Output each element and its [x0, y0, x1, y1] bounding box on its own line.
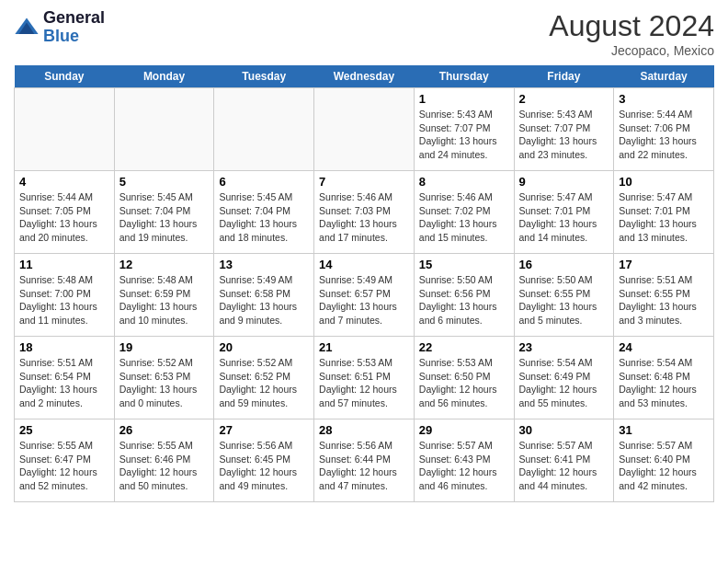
calendar-cell: 29Sunrise: 5:57 AMSunset: 6:43 PMDayligh…: [414, 419, 514, 502]
cell-line: Sunrise: 5:47 AM: [619, 191, 692, 202]
day-header-sunday: Sunday: [15, 65, 115, 88]
calendar-cell: 27Sunrise: 5:56 AMSunset: 6:45 PMDayligh…: [214, 419, 314, 502]
cell-line: Sunrise: 5:52 AM: [219, 357, 292, 368]
cell-line: Daylight: 12 hours and 56 minutes.: [419, 384, 497, 408]
day-number: 5: [119, 175, 210, 189]
day-number: 6: [219, 175, 309, 189]
cell-content: Sunrise: 5:51 AMSunset: 6:54 PMDaylight:…: [19, 356, 109, 410]
cell-content: Sunrise: 5:53 AMSunset: 6:50 PMDaylight:…: [419, 356, 509, 410]
logo-icon: [14, 15, 40, 40]
cell-content: Sunrise: 5:53 AMSunset: 6:51 PMDaylight:…: [319, 356, 409, 410]
cell-line: Sunrise: 5:45 AM: [219, 191, 292, 202]
calendar-cell: 2Sunrise: 5:43 AMSunset: 7:07 PMDaylight…: [514, 88, 614, 171]
cell-line: Sunset: 6:50 PM: [419, 371, 491, 382]
cell-line: Daylight: 12 hours and 50 minutes.: [119, 466, 198, 491]
cell-line: Daylight: 13 hours and 23 minutes.: [519, 135, 597, 160]
cell-line: Sunrise: 5:46 AM: [319, 191, 392, 202]
day-number: 16: [519, 258, 609, 271]
calendar-cell: 28Sunrise: 5:56 AMSunset: 6:44 PMDayligh…: [314, 419, 415, 502]
cell-line: Sunset: 6:55 PM: [619, 288, 690, 299]
cell-line: Daylight: 12 hours and 49 minutes.: [219, 466, 297, 491]
cell-line: Sunrise: 5:55 AM: [119, 440, 193, 451]
day-number: 30: [519, 423, 609, 437]
calendar-cell: 17Sunrise: 5:51 AMSunset: 6:55 PMDayligh…: [614, 254, 714, 337]
calendar-cell: [15, 88, 115, 171]
calendar-cell: 22Sunrise: 5:53 AMSunset: 6:50 PMDayligh…: [414, 337, 514, 419]
calendar-cell: 11Sunrise: 5:48 AMSunset: 7:00 PMDayligh…: [15, 254, 115, 337]
day-number: 28: [319, 423, 409, 437]
cell-line: Sunset: 6:47 PM: [19, 454, 91, 465]
cell-content: Sunrise: 5:57 AMSunset: 6:40 PMDaylight:…: [619, 439, 709, 493]
cell-content: Sunrise: 5:44 AMSunset: 7:05 PMDaylight:…: [19, 190, 109, 245]
cell-content: Sunrise: 5:43 AMSunset: 7:07 PMDaylight:…: [519, 108, 609, 162]
day-number: 1: [419, 92, 509, 106]
cell-line: Sunrise: 5:57 AM: [519, 440, 593, 451]
day-number: 8: [419, 175, 509, 189]
cell-line: Sunrise: 5:50 AM: [519, 274, 593, 285]
calendar-cell: 4Sunrise: 5:44 AMSunset: 7:05 PMDaylight…: [15, 171, 115, 254]
calendar-cell: 30Sunrise: 5:57 AMSunset: 6:41 PMDayligh…: [514, 419, 614, 502]
day-number: 15: [419, 258, 509, 271]
cell-line: Daylight: 13 hours and 11 minutes.: [19, 301, 97, 326]
calendar-cell: 16Sunrise: 5:50 AMSunset: 6:55 PMDayligh…: [514, 254, 614, 337]
day-number: 19: [119, 340, 210, 354]
page-header: General Blue August 2024 Jecopaco, Mexic…: [14, 9, 714, 58]
day-number: 20: [219, 340, 309, 354]
calendar-cell: 6Sunrise: 5:45 AMSunset: 7:04 PMDaylight…: [214, 171, 314, 254]
cell-line: Sunset: 7:03 PM: [319, 205, 391, 216]
calendar-cell: [314, 88, 415, 171]
cell-content: Sunrise: 5:57 AMSunset: 6:41 PMDaylight:…: [519, 439, 609, 493]
cell-line: Sunset: 6:58 PM: [219, 288, 290, 299]
cell-content: Sunrise: 5:45 AMSunset: 7:04 PMDaylight:…: [219, 190, 309, 245]
day-number: 10: [619, 175, 709, 189]
day-number: 26: [119, 423, 210, 437]
calendar-cell: 15Sunrise: 5:50 AMSunset: 6:56 PMDayligh…: [414, 254, 514, 337]
day-number: 11: [19, 258, 109, 271]
day-number: 25: [19, 423, 109, 437]
week-row-3: 11Sunrise: 5:48 AMSunset: 7:00 PMDayligh…: [15, 254, 714, 337]
title-block: August 2024 Jecopaco, Mexico: [549, 9, 714, 58]
cell-line: Daylight: 13 hours and 9 minutes.: [219, 301, 297, 326]
cell-content: Sunrise: 5:52 AMSunset: 6:52 PMDaylight:…: [219, 356, 309, 410]
day-number: 2: [519, 92, 609, 106]
cell-line: Daylight: 13 hours and 14 minutes.: [519, 218, 597, 243]
cell-content: Sunrise: 5:44 AMSunset: 7:06 PMDaylight:…: [619, 108, 709, 162]
calendar-cell: 26Sunrise: 5:55 AMSunset: 6:46 PMDayligh…: [114, 419, 214, 502]
cell-line: Daylight: 13 hours and 24 minutes.: [419, 135, 497, 160]
cell-line: Sunset: 6:54 PM: [19, 371, 91, 382]
cell-line: Sunrise: 5:50 AM: [419, 274, 493, 285]
cell-line: Daylight: 12 hours and 52 minutes.: [19, 466, 97, 491]
day-number: 31: [619, 423, 709, 437]
cell-line: Sunrise: 5:56 AM: [319, 440, 392, 451]
cell-line: Daylight: 13 hours and 17 minutes.: [319, 218, 397, 243]
cell-line: Sunset: 7:00 PM: [19, 288, 91, 299]
cell-content: Sunrise: 5:47 AMSunset: 7:01 PMDaylight:…: [519, 190, 609, 245]
cell-line: Daylight: 12 hours and 44 minutes.: [519, 466, 597, 491]
cell-content: Sunrise: 5:48 AMSunset: 7:00 PMDaylight:…: [19, 273, 109, 327]
day-number: 27: [219, 423, 309, 437]
cell-line: Sunrise: 5:49 AM: [219, 274, 292, 285]
calendar-cell: 20Sunrise: 5:52 AMSunset: 6:52 PMDayligh…: [214, 337, 314, 419]
cell-line: Sunrise: 5:53 AM: [419, 357, 493, 368]
day-number: 29: [419, 423, 509, 437]
cell-line: Daylight: 13 hours and 5 minutes.: [519, 301, 597, 326]
cell-content: Sunrise: 5:55 AMSunset: 6:46 PMDaylight:…: [119, 439, 210, 493]
cell-line: Sunset: 6:44 PM: [319, 454, 391, 465]
day-header-thursday: Thursday: [414, 65, 514, 88]
cell-line: Sunset: 6:56 PM: [419, 288, 491, 299]
calendar-table: SundayMondayTuesdayWednesdayThursdayFrid…: [14, 65, 714, 502]
day-number: 7: [319, 175, 409, 189]
cell-content: Sunrise: 5:52 AMSunset: 6:53 PMDaylight:…: [119, 356, 210, 410]
cell-line: Sunset: 6:59 PM: [119, 288, 191, 299]
calendar-cell: 24Sunrise: 5:54 AMSunset: 6:48 PMDayligh…: [614, 337, 714, 419]
calendar-title: August 2024: [549, 9, 714, 43]
day-number: 18: [19, 340, 109, 354]
day-number: 23: [519, 340, 609, 354]
cell-line: Daylight: 12 hours and 47 minutes.: [319, 466, 397, 491]
cell-line: Sunset: 6:41 PM: [519, 454, 591, 465]
cell-content: Sunrise: 5:50 AMSunset: 6:56 PMDaylight:…: [419, 273, 509, 327]
cell-line: Daylight: 13 hours and 18 minutes.: [219, 218, 297, 243]
cell-line: Sunrise: 5:49 AM: [319, 274, 392, 285]
cell-line: Sunset: 6:53 PM: [119, 371, 191, 382]
cell-line: Sunset: 7:02 PM: [419, 205, 491, 216]
